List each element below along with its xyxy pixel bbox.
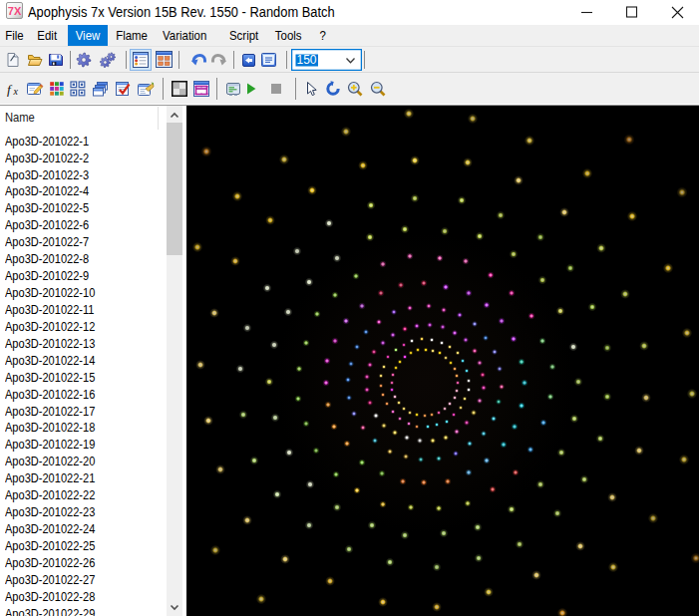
svg-text:7X: 7X [8,5,22,17]
svg-text:f: f [7,82,13,97]
svg-text:x: x [13,86,19,97]
svg-text:150: 150 [297,53,317,67]
